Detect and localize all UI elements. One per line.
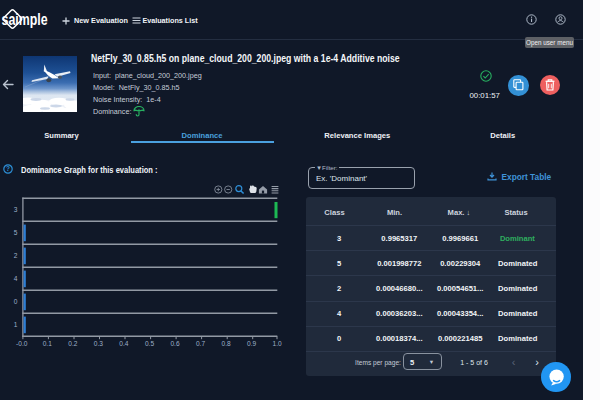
svg-text:4: 4 — [14, 275, 18, 282]
svg-text:3: 3 — [14, 206, 18, 213]
svg-text:0.5: 0.5 — [145, 340, 154, 347]
svg-text:saimple: saimple — [2, 10, 48, 28]
svg-text:0.6: 0.6 — [170, 340, 179, 347]
svg-text:?: ? — [6, 166, 10, 173]
svg-text:1: 1 — [14, 321, 18, 328]
svg-text:0.7: 0.7 — [196, 340, 205, 347]
svg-text:0.1: 0.1 — [43, 340, 52, 347]
svg-text:0.8: 0.8 — [222, 340, 231, 347]
svg-text:0.9: 0.9 — [247, 340, 256, 347]
svg-text:0.3: 0.3 — [94, 340, 103, 347]
svg-text:0.2: 0.2 — [68, 340, 77, 347]
svg-text:2: 2 — [14, 252, 18, 259]
svg-text:5: 5 — [14, 229, 18, 236]
svg-text:0.4: 0.4 — [119, 340, 128, 347]
svg-text:-0.0: -0.0 — [16, 340, 28, 347]
svg-text:1.0: 1.0 — [273, 340, 282, 347]
svg-text:0: 0 — [14, 298, 18, 305]
